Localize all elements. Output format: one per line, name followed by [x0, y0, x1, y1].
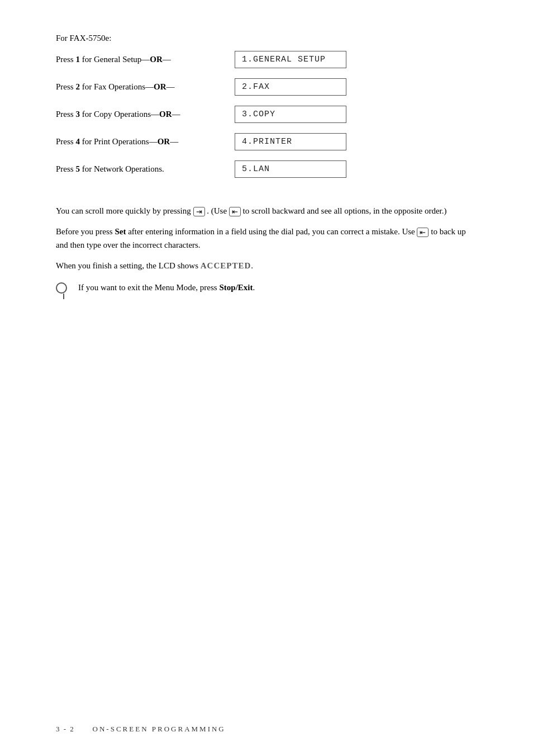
scroll-text-2: . (Use — [207, 206, 229, 215]
footer-section-title: ON-SCREEN PROGRAMMING — [93, 725, 226, 734]
scroll-text-1: You can scroll more quickly by pressing — [56, 206, 193, 215]
menu-row-1: Press 1 for General Setup—OR— 1.GENERAL … — [56, 51, 477, 68]
menu-row-5: Press 5 for Network Operations. 5.LAN — [56, 160, 477, 178]
note-icon — [56, 282, 72, 299]
before-set-text-1: Before you press Set after entering info… — [56, 227, 417, 236]
lcd-box-1: 1.GENERAL SETUP — [235, 51, 346, 68]
stop-exit-label: Stop/Exit — [219, 283, 253, 292]
accepted-word: ACCEPTED — [201, 261, 251, 270]
note-text: If you want to exit the Menu Mode, press… — [78, 281, 255, 294]
back-arrow-icon: ⇤ — [417, 228, 429, 237]
arrow-right-icon: ⇥ — [193, 207, 205, 216]
note-text-prefix: If you want to exit the Menu Mode, press — [78, 283, 219, 292]
scroll-section: You can scroll more quickly by pressing … — [56, 205, 477, 272]
lcd-box-2: 2.FAX — [235, 78, 346, 96]
note-stem-icon — [63, 294, 64, 299]
footer-divider — [75, 725, 84, 734]
footer: 3 - 2 ON-SCREEN PROGRAMMING — [56, 725, 477, 734]
menu-row-4-text: Press 4 for Print Operations—OR— — [56, 137, 235, 147]
scroll-paragraph: You can scroll more quickly by pressing … — [56, 205, 477, 218]
lcd-box-3: 3.COPY — [235, 106, 346, 123]
lcd-box-4: 4.PRINTER — [235, 133, 346, 150]
accepted-suffix: . — [251, 261, 253, 270]
note-text-suffix: . — [253, 283, 255, 292]
menu-table: Press 1 for General Setup—OR— 1.GENERAL … — [56, 51, 477, 188]
arrow-left-icon: ⇤ — [229, 207, 241, 216]
menu-row-4: Press 4 for Print Operations—OR— 4.PRINT… — [56, 133, 477, 150]
menu-row-3-text: Press 3 for Copy Operations—OR— — [56, 110, 235, 119]
menu-row-2-text: Press 2 for Fax Operations—OR— — [56, 82, 235, 92]
accepted-paragraph: When you finish a setting, the LCD shows… — [56, 259, 477, 272]
lcd-box-5: 5.LAN — [235, 160, 346, 178]
intro-text: For FAX-5750e: — [56, 34, 477, 43]
before-set-paragraph: Before you press Set after entering info… — [56, 225, 477, 252]
menu-row-5-text: Press 5 for Network Operations. — [56, 164, 235, 174]
note-row: If you want to exit the Menu Mode, press… — [56, 281, 477, 299]
note-circle-icon — [56, 282, 67, 294]
footer-page-number: 3 - 2 — [56, 725, 75, 734]
accepted-prefix-text: When you finish a setting, the LCD shows — [56, 261, 201, 270]
menu-row-1-text: Press 1 for General Setup—OR— — [56, 55, 235, 64]
menu-row-3: Press 3 for Copy Operations—OR— 3.COPY — [56, 106, 477, 123]
scroll-text-3: to scroll backward and see all options, … — [243, 206, 447, 215]
menu-row-2: Press 2 for Fax Operations—OR— 2.FAX — [56, 78, 477, 96]
